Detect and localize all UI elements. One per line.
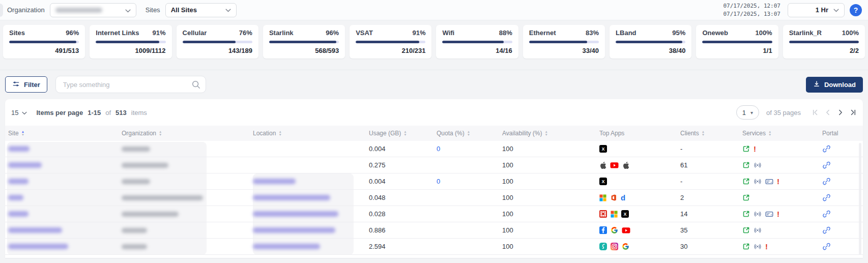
kpi-card: Starlink_R 100% 2/2	[783, 25, 865, 59]
prev-page-icon[interactable]	[824, 109, 831, 116]
location-cell	[253, 195, 369, 200]
column-header-site[interactable]: Site ▲▼	[8, 130, 122, 137]
first-page-icon[interactable]	[812, 109, 819, 116]
page-select[interactable]: 1 ▾	[736, 105, 759, 120]
apple-icon	[622, 161, 629, 169]
kpi-progress-fill	[616, 41, 682, 43]
time-range-select[interactable]: 1 Hr	[788, 3, 845, 17]
kpi-progress-bar	[702, 41, 772, 43]
services-cell	[742, 161, 822, 169]
top-apps-cell	[599, 226, 680, 234]
portal-link-icon[interactable]	[822, 242, 831, 251]
kpi-progress-bar	[356, 41, 425, 43]
filter-button[interactable]: Filter	[5, 76, 47, 93]
column-header-availability[interactable]: Availability (%) ▲▼	[502, 130, 599, 137]
location-link-blurred[interactable]	[253, 195, 330, 200]
download-icon	[813, 80, 820, 89]
sites-select[interactable]: All Sites	[165, 3, 237, 17]
youtube-icon	[610, 162, 619, 169]
sliders-icon	[12, 80, 20, 89]
table-header-row: Site ▲▼ Organization ▲▼ Location ▲▼ Usag…	[5, 126, 863, 141]
table-controls: 15 Items per page 1-15 of 513 items 1 ▾ …	[5, 99, 863, 126]
site-link-blurred[interactable]	[8, 244, 68, 249]
portal-link-icon[interactable]	[822, 144, 831, 153]
chevron-down-icon	[22, 109, 27, 116]
kpi-percent: 91%	[412, 29, 425, 37]
site-cell	[8, 179, 122, 184]
last-page-icon[interactable]	[850, 109, 857, 116]
site-link-blurred[interactable]	[8, 162, 42, 168]
page-size-select[interactable]: 15	[11, 109, 27, 116]
quota-link[interactable]: 0	[437, 178, 440, 185]
portal-link-icon[interactable]	[822, 210, 831, 218]
site-link-blurred[interactable]	[8, 179, 28, 184]
kpi-card: Starlink 96% 568/593	[263, 25, 345, 59]
kpi-label: Ethernet	[529, 29, 556, 37]
location-link-blurred[interactable]	[253, 227, 335, 233]
portal-link-icon[interactable]	[822, 193, 831, 202]
time-range-value: 1 Hr	[816, 6, 828, 14]
location-cell	[253, 211, 369, 217]
kpi-progress-bar	[789, 41, 859, 43]
site-link-blurred[interactable]	[8, 146, 30, 152]
kpi-progress-fill	[442, 41, 504, 43]
column-header-services[interactable]: Services ▲▼	[742, 130, 822, 137]
location-cell	[253, 227, 369, 233]
availability-value: 100	[502, 145, 513, 153]
quota-link[interactable]: 0	[437, 145, 440, 153]
status-up-icon	[742, 161, 750, 169]
portal-link-icon[interactable]	[822, 161, 831, 169]
column-header-clients[interactable]: Clients ▲▼	[680, 130, 742, 137]
organization-select[interactable]	[50, 3, 136, 17]
modem-icon	[765, 178, 773, 185]
organization-text-blurred	[122, 212, 179, 217]
usage-value: 0.004	[369, 178, 386, 185]
top-bar: Organization Sites All Sites 07/17/2025,…	[0, 0, 868, 20]
portal-link-icon[interactable]	[822, 226, 831, 235]
portal-link-icon[interactable]	[822, 177, 831, 186]
site-cell	[8, 162, 122, 168]
site-link-blurred[interactable]	[8, 227, 62, 233]
column-header-location[interactable]: Location ▲▼	[253, 130, 369, 137]
availability-cell: 100	[502, 194, 599, 201]
column-header-usage-gb[interactable]: Usage (GB) ▲▼	[369, 130, 437, 137]
sort-arrows-icon: ▲▼	[467, 130, 470, 136]
site-link-blurred[interactable]	[8, 195, 23, 200]
facebook-icon	[599, 226, 607, 234]
antenna-icon	[754, 243, 762, 250]
organization-text-blurred	[122, 228, 147, 233]
kpi-label: VSAT	[356, 29, 373, 37]
download-button[interactable]: Download	[806, 77, 863, 93]
clients-value: 61	[680, 161, 687, 169]
services-cell: !	[742, 210, 822, 218]
organization-text-blurred	[122, 195, 203, 200]
site-link-blurred[interactable]	[8, 211, 28, 217]
site-cell	[8, 244, 122, 249]
availability-value: 100	[502, 210, 513, 218]
next-page-icon[interactable]	[837, 109, 844, 116]
column-header-quota[interactable]: Quota (%) ▲▼	[437, 130, 502, 137]
search-input[interactable]	[55, 76, 206, 93]
column-header-organization[interactable]: Organization ▲▼	[122, 130, 253, 137]
chevron-down-icon	[833, 6, 839, 14]
kpi-progress-fill	[269, 41, 336, 43]
help-button[interactable]: ?	[850, 4, 862, 16]
kpi-ratio: 210/231	[356, 47, 425, 54]
kpi-label: LBand	[616, 29, 636, 37]
shark-app-icon	[599, 243, 607, 250]
column-label: Quota (%)	[437, 130, 465, 137]
location-link-blurred[interactable]	[253, 244, 320, 249]
column-header-top-apps: Top Apps	[599, 130, 680, 137]
kpi-ratio: 2/2	[789, 47, 859, 54]
location-link-blurred[interactable]	[253, 211, 338, 217]
kpi-card: Cellular 76% 143/189	[177, 25, 258, 59]
sort-arrows-icon: ▲▼	[278, 130, 281, 136]
portal-cell	[822, 144, 863, 153]
pages-count-label: of 35 pages	[766, 109, 801, 116]
clients-cell: 14	[680, 210, 742, 218]
services-cell	[742, 226, 822, 234]
kpi-ratio: 38/40	[616, 47, 685, 54]
alert-icon: !	[777, 210, 779, 218]
sort-arrows-icon: ▲▼	[544, 130, 547, 136]
location-link-blurred[interactable]	[253, 179, 296, 184]
